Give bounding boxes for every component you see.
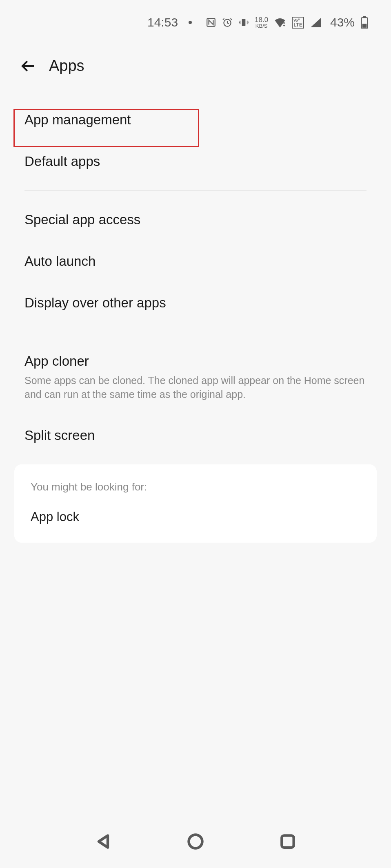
nav-recents-icon[interactable]	[279, 833, 297, 850]
vibrate-icon	[238, 17, 249, 28]
alarm-icon	[222, 17, 233, 28]
signal-icon	[310, 18, 321, 27]
status-time: 14:53	[147, 15, 178, 29]
svg-rect-2	[242, 19, 246, 26]
battery-percent: 43%	[330, 15, 355, 29]
item-title: App cloner	[24, 353, 367, 369]
item-app-management[interactable]: App management	[0, 99, 391, 141]
item-title: App management	[24, 112, 367, 128]
status-bar: 14:53 18.0 KB/S Vo)) LTE 43%	[0, 0, 391, 37]
data-rate-indicator: 18.0 KB/S	[255, 16, 268, 29]
volte-icon: Vo)) LTE	[292, 17, 304, 29]
settings-list: App management Default apps Special app …	[0, 87, 391, 543]
item-special-app-access[interactable]: Special app access	[0, 199, 391, 241]
item-split-screen[interactable]: Split screen	[0, 415, 391, 456]
divider	[24, 190, 367, 191]
back-arrow-icon[interactable]	[20, 58, 37, 74]
page-title: Apps	[49, 57, 84, 75]
status-dot	[189, 21, 192, 24]
suggestion-card: You might be looking for: App lock	[14, 464, 377, 543]
item-title: Display over other apps	[24, 295, 367, 311]
svg-point-3	[283, 25, 285, 27]
item-display-over-other-apps[interactable]: Display over other apps	[0, 282, 391, 324]
item-title: Special app access	[24, 212, 367, 227]
navigation-bar	[0, 815, 391, 868]
suggestion-header: You might be looking for:	[31, 481, 360, 493]
item-title: Default apps	[24, 154, 367, 169]
battery-icon	[360, 16, 369, 29]
nav-home-icon[interactable]	[187, 833, 204, 850]
suggestion-app-lock[interactable]: App lock	[31, 510, 360, 524]
item-app-cloner[interactable]: App cloner Some apps can be cloned. The …	[0, 340, 391, 415]
nfc-icon	[206, 17, 216, 28]
item-title: Split screen	[24, 428, 367, 443]
svg-point-8	[189, 835, 202, 848]
svg-point-4	[283, 22, 285, 24]
header: Apps	[0, 37, 391, 87]
item-default-apps[interactable]: Default apps	[0, 141, 391, 182]
item-title: Auto launch	[24, 254, 367, 269]
item-auto-launch[interactable]: Auto launch	[0, 241, 391, 282]
wifi-icon	[274, 17, 286, 28]
item-subtitle: Some apps can be cloned. The cloned app …	[24, 374, 367, 402]
svg-rect-9	[282, 835, 293, 847]
svg-rect-7	[362, 24, 367, 28]
nav-back-icon[interactable]	[94, 833, 112, 850]
divider	[24, 332, 367, 332]
